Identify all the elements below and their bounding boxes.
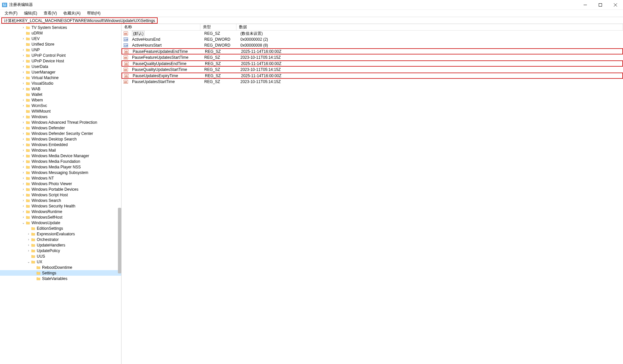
tree-node[interactable]: ›Windows Portable Devices <box>0 186 121 192</box>
tree-node[interactable]: ›Windows Defender Security Center <box>0 131 121 136</box>
tree-node[interactable]: ›Windows NT <box>0 175 121 181</box>
chevron-right-icon[interactable]: › <box>21 160 26 163</box>
col-name[interactable]: 名称 <box>122 24 200 31</box>
address-bar[interactable]: 计算机\HKEY_LOCAL_MACHINE\SOFTWARE\Microsof… <box>0 17 623 24</box>
chevron-right-icon[interactable]: › <box>21 177 26 180</box>
chevron-right-icon[interactable]: › <box>21 154 26 158</box>
value-row[interactable]: PauseFeatureUpdatesStartTimeREG_SZ2023-1… <box>122 54 623 60</box>
chevron-right-icon[interactable]: › <box>21 165 26 169</box>
chevron-right-icon[interactable]: › <box>21 54 26 57</box>
tree-node[interactable]: ›Windows Media Device Manager <box>0 153 121 159</box>
tree-node[interactable]: ›Windows Script Host <box>0 192 121 198</box>
tree-node[interactable]: ›UpdatePolicy <box>0 248 121 253</box>
chevron-right-icon[interactable]: › <box>21 59 26 63</box>
tree-node[interactable]: ›WindowsSelfHost <box>0 214 121 220</box>
tree-node[interactable]: ›Windows Media Player NSS <box>0 164 121 170</box>
chevron-right-icon[interactable]: › <box>21 121 26 124</box>
value-row[interactable]: PauseUpdatesStartTimeREG_SZ2023-10-11T05… <box>122 79 623 85</box>
chevron-right-icon[interactable]: › <box>26 249 31 252</box>
tree-node[interactable]: ›UPnP Control Point <box>0 53 121 58</box>
tree-node[interactable]: ›Windows Media Foundation <box>0 159 121 164</box>
tree-node[interactable]: ›Orchestrator <box>0 237 121 242</box>
tree-node[interactable]: ›Windows Desktop Search <box>0 136 121 142</box>
tree-node[interactable]: uDRM <box>0 30 121 36</box>
value-row[interactable]: PauseFeatureUpdatesEndTimeREG_SZ2025-11-… <box>122 48 623 54</box>
chevron-right-icon[interactable]: › <box>21 87 26 91</box>
menu-view[interactable]: 查看(V) <box>40 10 60 17</box>
tree-node[interactable]: ›UserData <box>0 64 121 69</box>
chevron-right-icon[interactable]: › <box>21 82 26 85</box>
menu-favorites[interactable]: 收藏夹(A) <box>60 10 84 17</box>
tree-node[interactable]: ›UserManager <box>0 69 121 75</box>
tree-node[interactable]: ›Windows Mail <box>0 147 121 153</box>
chevron-right-icon[interactable]: › <box>26 232 31 236</box>
value-row[interactable]: PauseUpdatesExpiryTimeREG_SZ2025-11-14T1… <box>122 73 623 79</box>
tree-node[interactable]: WIMMount <box>0 108 121 114</box>
chevron-right-icon[interactable]: › <box>21 193 26 197</box>
chevron-down-icon[interactable]: ⌄ <box>26 260 31 264</box>
address-path[interactable]: 计算机\HKEY_LOCAL_MACHINE\SOFTWARE\Microsof… <box>1 17 158 24</box>
tree-node[interactable]: ⌄WindowsUpdate <box>0 220 121 225</box>
maximize-button[interactable] <box>593 0 608 10</box>
tree-node[interactable]: ›VisualStudio <box>0 80 121 86</box>
value-row[interactable]: ActiveHoursEndREG_DWORD0x00000002 (2) <box>122 36 623 42</box>
tree-node[interactable]: ›Wbem <box>0 97 121 103</box>
chevron-right-icon[interactable]: › <box>21 182 26 185</box>
close-button[interactable] <box>608 0 623 10</box>
registry-tree[interactable]: ›TV System ServicesuDRM›UEVUnified Store… <box>0 24 121 282</box>
tree-node[interactable]: ›UpdateHandlers <box>0 242 121 248</box>
chevron-right-icon[interactable]: › <box>21 98 26 102</box>
tree-node[interactable]: Unified Store <box>0 41 121 47</box>
tree-node[interactable]: UUS <box>0 253 121 259</box>
tree-node[interactable]: EditionSettings <box>0 225 121 231</box>
chevron-right-icon[interactable]: › <box>21 26 26 29</box>
chevron-right-icon[interactable]: › <box>21 171 26 174</box>
chevron-right-icon[interactable]: › <box>21 204 26 208</box>
tree-node[interactable]: ›TV System Services <box>0 25 121 30</box>
chevron-right-icon[interactable]: › <box>26 238 31 241</box>
value-row[interactable]: PauseQualityUpdatesStartTimeREG_SZ2023-1… <box>122 67 623 73</box>
tree-node[interactable]: ›Windows Photo Viewer <box>0 181 121 186</box>
values-pane[interactable]: 名称 类型 数据 (默认)REG_SZ(数值未设置)ActiveHoursEnd… <box>122 24 623 364</box>
tree-node[interactable]: ›Windows Defender <box>0 125 121 131</box>
menu-file[interactable]: 文件(F) <box>1 10 21 17</box>
tree-node[interactable]: StateVariables <box>0 276 121 281</box>
tree-scrollbar[interactable] <box>118 208 121 273</box>
tree-node[interactable]: ›WcmSvc <box>0 103 121 108</box>
chevron-right-icon[interactable]: › <box>21 71 26 74</box>
chevron-right-icon[interactable]: › <box>21 143 26 146</box>
tree-node[interactable]: ›WAB <box>0 86 121 92</box>
tree-node[interactable]: ›Windows Advanced Threat Protection <box>0 119 121 125</box>
chevron-right-icon[interactable]: › <box>21 37 26 40</box>
tree-node[interactable]: ›ExpressionEvaluators <box>0 231 121 237</box>
minimize-button[interactable] <box>578 0 593 10</box>
tree-node[interactable]: ›UEV <box>0 36 121 41</box>
value-row[interactable]: (默认)REG_SZ(数值未设置) <box>122 31 623 36</box>
menu-edit[interactable]: 编辑(E) <box>21 10 40 17</box>
value-row[interactable]: PauseQualityUpdatesEndTimeREG_SZ2025-11-… <box>122 60 623 67</box>
chevron-down-icon[interactable]: ⌄ <box>21 221 26 225</box>
tree-node[interactable]: ›Windows Embedded <box>0 142 121 147</box>
chevron-right-icon[interactable]: › <box>21 149 26 152</box>
tree-node[interactable]: RebootDowntime <box>0 265 121 270</box>
tree-node[interactable]: ›Windows Messaging Subsystem <box>0 170 121 175</box>
chevron-right-icon[interactable]: › <box>21 126 26 130</box>
tree-pane[interactable]: ›TV System ServicesuDRM›UEVUnified Store… <box>0 24 122 364</box>
values-list[interactable]: (默认)REG_SZ(数值未设置)ActiveHoursEndREG_DWORD… <box>122 31 623 85</box>
chevron-right-icon[interactable]: › <box>21 138 26 141</box>
tree-node[interactable]: Wallet <box>0 92 121 97</box>
chevron-right-icon[interactable]: › <box>21 65 26 68</box>
col-data[interactable]: 数据 <box>236 24 623 31</box>
tree-node[interactable]: ›WindowsRuntime <box>0 209 121 214</box>
chevron-right-icon[interactable]: › <box>21 76 26 79</box>
value-row[interactable]: ActiveHoursStartREG_DWORD0x00000008 (8) <box>122 42 623 48</box>
chevron-right-icon[interactable]: › <box>21 104 26 107</box>
chevron-right-icon[interactable]: › <box>21 115 26 118</box>
tree-node[interactable]: ›UNP <box>0 47 121 53</box>
tree-node[interactable]: ›Virtual Machine <box>0 75 121 80</box>
tree-node[interactable]: ›Windows <box>0 114 121 119</box>
chevron-right-icon[interactable]: › <box>21 216 26 219</box>
tree-node[interactable]: ›UPnP Device Host <box>0 58 121 64</box>
tree-node[interactable]: ⌄UX <box>0 259 121 265</box>
chevron-right-icon[interactable]: › <box>26 244 31 247</box>
